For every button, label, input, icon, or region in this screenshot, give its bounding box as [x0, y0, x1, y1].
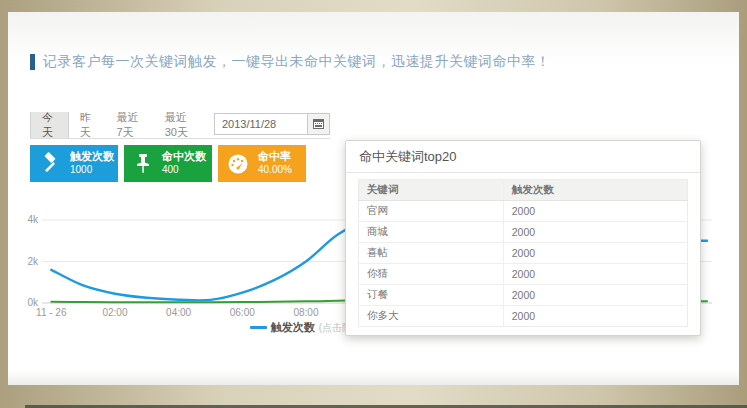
svg-text:11 - 26: 11 - 26 [36, 307, 67, 318]
table-cell: 你多大 [359, 306, 504, 327]
svg-text:4k: 4k [27, 214, 39, 225]
table-row: 订餐2000 [359, 285, 688, 306]
table-cell: 2000 [503, 285, 687, 306]
table-cell: 官网 [359, 201, 504, 222]
column-header: 触发次数 [503, 180, 687, 201]
table-row: 商城2000 [359, 222, 688, 243]
table-body: 官网2000商城2000喜帖2000你猜2000订餐2000你多大2000 [359, 201, 688, 327]
table-cell: 2000 [503, 264, 687, 285]
column-header: 关键词 [359, 180, 504, 201]
table-cell: 喜帖 [359, 243, 504, 264]
table-cell: 2000 [503, 222, 687, 243]
table-cell: 商城 [359, 222, 504, 243]
dashboard-surface: 记录客户每一次关键词触发，一键导出未命中关键词，迅速提升关键词命中率！ 今天昨天… [8, 12, 739, 385]
svg-text:06:00: 06:00 [230, 307, 255, 318]
screenshot-frame: 记录客户每一次关键词触发，一键导出未命中关键词，迅速提升关键词命中率！ 今天昨天… [0, 0, 747, 408]
legend-swatch [250, 326, 267, 329]
svg-text:2k: 2k [27, 256, 39, 267]
panel-title: 命中关键词top20 [346, 141, 700, 173]
svg-text:04:00: 04:00 [166, 307, 191, 318]
table-cell: 你猜 [359, 264, 504, 285]
table-row: 喜帖2000 [359, 243, 688, 264]
table-cell: 2000 [503, 201, 687, 222]
svg-text:08:00: 08:00 [293, 307, 318, 318]
table-row: 官网2000 [359, 201, 688, 222]
table-row: 你多大2000 [359, 306, 688, 327]
table-cell: 2000 [503, 306, 687, 327]
table-header-row: 关键词触发次数 [359, 180, 688, 201]
svg-text:02:00: 02:00 [102, 307, 127, 318]
table-cell: 订餐 [359, 285, 504, 306]
table-row: 你猜2000 [359, 264, 688, 285]
legend-label: 触发次数 [271, 320, 315, 335]
keywords-table: 关键词触发次数 官网2000商城2000喜帖2000你猜2000订餐2000你多… [358, 179, 688, 327]
top-keywords-panel: 命中关键词top20 关键词触发次数 官网2000商城2000喜帖2000你猜2… [345, 140, 701, 336]
table-cell: 2000 [503, 243, 687, 264]
